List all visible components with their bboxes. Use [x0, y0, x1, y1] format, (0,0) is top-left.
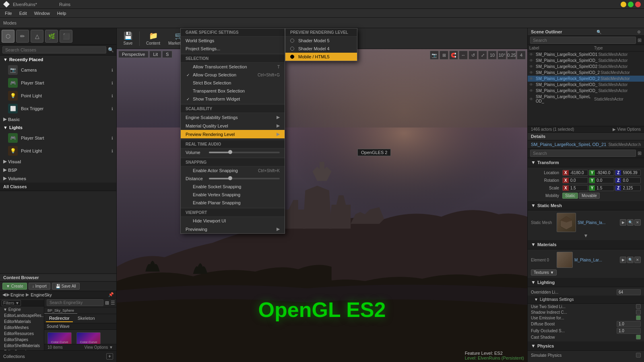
dp-lightmass-header[interactable]: ▼ Lightmass Settings	[528, 296, 644, 304]
so-item[interactable]: 👁 SM_Plains_LargeRock_SpirelOD1 StaticMe…	[528, 51, 644, 58]
maximize-button[interactable]	[628, 2, 634, 7]
dd-engine-scalability[interactable]: Engine Scalability Settings ▶	[181, 113, 285, 121]
dp-staticmesh-browse[interactable]: ▶	[620, 219, 626, 226]
dp-rotation-x[interactable]: X 0.0	[562, 177, 588, 183]
cb-view-grid[interactable]: ⊞	[105, 300, 109, 306]
cb-nav-back[interactable]: ◀	[2, 292, 6, 297]
cb-tab-skeleton[interactable]: Skeleton	[74, 315, 98, 322]
search-classes-input[interactable]	[2, 46, 106, 53]
item-lights-player-start[interactable]: 🎮 Player Start ℹ	[0, 132, 116, 144]
item-player-start[interactable]: 🎮 Player Start ℹ	[0, 76, 116, 89]
cb-view-options[interactable]: View Options ▼	[85, 345, 113, 350]
dp-shadow-indirect-check[interactable]	[636, 310, 641, 315]
preview-shader-model-5[interactable]: Shader Model 5	[285, 37, 357, 45]
vp-perspective-btn[interactable]: Perspective	[118, 51, 149, 58]
vp-angle2-icon[interactable]: 10°	[497, 51, 506, 60]
dd-material-quality[interactable]: Material Quality Level ▶	[181, 121, 285, 130]
viewport[interactable]: Perspective Lit S 📷 ⊞ 🧲 ↔ ↺ ⤢ 10 10° 0.2…	[117, 49, 527, 362]
dd-previewing[interactable]: Previewing ▶	[181, 225, 285, 233]
dp-emissive-check[interactable]	[636, 315, 641, 320]
vp-lod-icon[interactable]: 4	[517, 51, 526, 60]
dp-two-sided-check[interactable]	[636, 304, 641, 309]
dp-movable-btn[interactable]: Movable	[579, 193, 600, 199]
dp-staticmesh-clear[interactable]: ✕	[634, 219, 641, 226]
dd-allow-group[interactable]: ✓ Allow Group Selection Ctrl+Shift+G	[181, 71, 285, 79]
dp-rotation-y[interactable]: Y 0.0	[589, 177, 615, 183]
dd-distance-slider[interactable]	[209, 178, 280, 179]
cb-nav-fwd[interactable]: ▶	[6, 292, 10, 297]
category-all-classes[interactable]: All Classes	[0, 183, 116, 191]
dp-location-y[interactable]: Y -9240.0	[589, 170, 615, 176]
dp-scale-y[interactable]: Y 1.5	[589, 185, 615, 191]
dp-staticmesh-header[interactable]: ▼ Static Mesh	[528, 201, 644, 210]
cb-asset-item[interactable]: Color Curve BP_Sky_Spher...	[46, 331, 73, 344]
cb-create-btn[interactable]: ▼ Create	[2, 283, 27, 290]
place-mode-btn-foliage[interactable]: 🌿	[45, 30, 58, 43]
category-basic[interactable]: ▶ Basic	[0, 115, 116, 123]
cb-import-btn[interactable]: ↓ Import	[29, 283, 50, 290]
cb-folder-item[interactable]: EditorMaterials	[2, 319, 44, 325]
dp-static-btn[interactable]: Static	[562, 193, 578, 199]
place-mode-btn-landscape[interactable]: △	[31, 30, 43, 43]
cb-asset-item[interactable]: Color Curve C_Sky_Cloud_...	[75, 331, 102, 344]
menu-file[interactable]: File	[2, 10, 15, 16]
dp-grid-icon[interactable]: ⊞	[638, 150, 642, 156]
preview-rendering-submenu[interactable]: Preview Rendering Level Shader Model 5 S…	[285, 28, 357, 61]
dp-textures-btn[interactable]: Textures ▼	[531, 269, 557, 276]
cb-tab-particle[interactable]: BP_Sky_Sphere	[44, 307, 77, 314]
minimize-button[interactable]	[621, 2, 626, 7]
dp-occluded-val[interactable]: 1.0	[617, 328, 641, 334]
dd-transparent-box[interactable]: Transparent Box Selection	[181, 87, 285, 95]
item-point-light[interactable]: 💡 Point Light ℹ	[0, 89, 116, 102]
dp-material-browse[interactable]: ▶	[620, 257, 626, 263]
so-item[interactable]: 👁 SM_Plains_LargeRock_SpirelOD2 StaticMe…	[528, 64, 644, 70]
vp-transform-icon[interactable]: ↔	[459, 51, 468, 60]
dd-planar-snapping[interactable]: Enable Planar Snapping	[181, 199, 285, 207]
cb-folder-item[interactable]: EditorLandscapeRes...	[2, 313, 44, 319]
dd-strict-box[interactable]: Strict Box Selection	[181, 79, 285, 87]
vp-rotate-icon[interactable]: ↺	[469, 51, 477, 60]
dp-staticmesh-search[interactable]: 🔍	[627, 219, 634, 226]
so-view-options[interactable]: ▶ View Options	[613, 127, 641, 132]
dd-world-settings[interactable]: World Settings	[181, 37, 285, 45]
close-button[interactable]	[635, 2, 641, 7]
dp-staticmesh-expand-icon[interactable]: ▼	[584, 233, 588, 239]
so-item[interactable]: 👁 SM_Plains_LargeRock_SpirelOD_ StaticMe…	[528, 88, 644, 94]
vp-mode-btn[interactable]: S	[162, 51, 172, 58]
cb-path-engine[interactable]: Engine	[10, 292, 24, 297]
so-item[interactable]: 👁 SM_Plains_LargeRock_SpirelOD_ StaticMe…	[528, 82, 644, 88]
cb-folder-engine[interactable]: ▼ Engine	[2, 306, 44, 313]
collections-add-btn[interactable]: +	[106, 353, 113, 360]
dp-lighting-header[interactable]: ▼ Lighting	[528, 278, 644, 287]
so-search-input[interactable]	[530, 37, 636, 44]
preview-shader-model-4[interactable]: Shader Model 4	[285, 45, 357, 53]
cb-path-enginesky[interactable]: EngineSky	[31, 292, 52, 297]
cb-filters-btn[interactable]: Filters ▼	[2, 300, 21, 306]
toolbar-save[interactable]: 💾 Save	[120, 30, 136, 47]
menu-edit[interactable]: Edit	[16, 10, 30, 16]
preview-mobile-html5[interactable]: Mobile / HTML5	[285, 53, 357, 61]
dp-diffuse-val[interactable]: 1.0	[617, 321, 641, 327]
vp-near-icon[interactable]: 0.25	[507, 51, 516, 60]
cb-view-list[interactable]: ☰	[111, 300, 115, 306]
cb-folder-item[interactable]: EditorShapes	[2, 337, 44, 343]
cb-folder-item[interactable]: EditorMeshes	[2, 325, 44, 331]
dd-project-settings[interactable]: Project Settings...	[181, 45, 285, 53]
dd-socket-snapping[interactable]: Enable Socket Snapping	[181, 183, 285, 191]
dd-allow-translucent[interactable]: Allow Translucent Selection T	[181, 63, 285, 71]
cb-folder-item[interactable]: EditorShellMaterials	[2, 343, 44, 349]
so-item[interactable]: 👁 SM_Plains_LargeRock_SpirelOD_2 StaticM…	[528, 76, 644, 82]
so-grid-icon[interactable]: ⊞	[638, 37, 642, 43]
dp-physics-header[interactable]: ▼ Physics	[528, 341, 644, 351]
dd-hide-viewport[interactable]: Hide Viewport UI	[181, 217, 285, 225]
dp-material-clear[interactable]: ✕	[634, 257, 641, 263]
dp-cast-shadow-check[interactable]	[636, 335, 641, 339]
cb-tab-redirector[interactable]: Redirector	[46, 315, 73, 322]
cb-path-pin[interactable]: 📌	[108, 292, 114, 297]
so-item[interactable]: 👁 SM_Plains_LargeRock_SpirelOD_2 StaticM…	[528, 70, 644, 76]
vp-grid-icon[interactable]: ⊞	[440, 51, 448, 60]
item-lights-point-light[interactable]: 💡 Point Light ℹ	[0, 144, 116, 157]
settings-dropdown[interactable]: Game Specific Settings World Settings Pr…	[180, 28, 285, 234]
so-settings-icon[interactable]: ⚙	[637, 30, 641, 34]
dd-vertex-snapping[interactable]: Enable Vertex Snapping	[181, 191, 285, 199]
